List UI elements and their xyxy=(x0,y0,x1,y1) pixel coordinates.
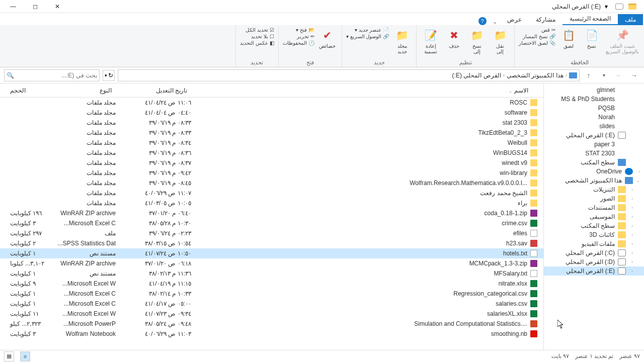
large-icons-view-button[interactable]: ▦ xyxy=(4,351,14,361)
nav-item[interactable]: ‹ملفات الفيديو xyxy=(544,239,644,248)
crumb-pc[interactable]: هذا الكمبيوتر الشخصي xyxy=(505,72,566,79)
nav-item[interactable]: سطح المكتب xyxy=(544,158,644,167)
sort-indicator-icon: ⌄ xyxy=(509,88,513,94)
tab-view[interactable]: عرض xyxy=(500,14,529,25)
file-row[interactable]: ROSC١١:٠٦ ص ٤١/٠٤/٢٤مجلد ملفات xyxy=(0,98,543,108)
file-row[interactable]: salariesXL.xlsx٠٩:٣٤ ص ٤١/٠٧/٢٣Microsoft… xyxy=(0,309,543,319)
explorer-icon[interactable] xyxy=(627,1,638,12)
ribbon-expand-icon[interactable]: ⌄ xyxy=(490,19,500,25)
col-type[interactable]: النوع xyxy=(50,87,116,94)
refresh-button[interactable]: ↻▾ xyxy=(103,70,115,81)
properties-button[interactable]: ✔خصائص xyxy=(317,27,338,50)
up-button[interactable]: ↑ xyxy=(583,69,595,81)
breadcrumb[interactable]: ‹ هذا الكمبيوتر الشخصي ‹ القرص المحلي (E… xyxy=(118,69,580,81)
nav-item[interactable]: ⌄هذا الكمبيوتر الشخصي xyxy=(544,176,644,185)
nav-item[interactable]: MS & PhD Students xyxy=(544,95,644,104)
paste-button[interactable]: 📋لصق xyxy=(558,27,579,50)
nav-item[interactable]: glmnet xyxy=(544,85,644,95)
nav-item[interactable]: STAT 2303 xyxy=(544,149,644,158)
copy-button[interactable]: 📄نسخ xyxy=(582,27,602,50)
nav-item[interactable]: paper 3 xyxy=(544,140,644,149)
nav-item[interactable]: ‹الموسيقى xyxy=(544,212,644,221)
file-row[interactable]: Simulation and Computational Statistics.… xyxy=(0,319,543,329)
nav-item[interactable]: ‹OneDrive xyxy=(544,167,644,176)
file-row[interactable]: Regression_categorical.csv١٠:٣٣ م ٣٨/٠٢/… xyxy=(0,289,543,299)
nav-item[interactable]: ‹كائنات 3D xyxy=(544,230,644,239)
qat-dropdown[interactable]: ▾ xyxy=(601,1,612,12)
maximize-button[interactable]: ◻ xyxy=(24,0,46,13)
file-row[interactable]: smoothing.nb١١:٠٣ ص ٤٠/٠٦/٢٩Wolfram Note… xyxy=(0,329,543,339)
new-folder-button[interactable]: 📁مجلد جديد xyxy=(392,27,412,55)
ribbon-group-clipboard: 📌تثبيت الملف بالوصول السريع 📄نسخ 📋لصق ✂ … xyxy=(514,25,644,67)
recent-locations-button[interactable]: ▾ xyxy=(598,69,610,81)
file-row[interactable]: efiles٠٢:٢٣ م ٣٩/٠٦/٢٤ملف٢٩٧ كيلوبايت xyxy=(0,228,543,238)
ribbon: 📌تثبيت الملف بالوصول السريع 📄نسخ 📋لصق ✂ … xyxy=(0,25,644,67)
open-button[interactable]: 📂 فتح ▾ xyxy=(283,27,314,33)
file-row[interactable]: winedt v9٠٨:٣٧ م ٣٩/٠٦/١٩مجلد ملفات xyxy=(0,158,543,168)
file-row[interactable]: براء١٠:٠٥ ص ٤١/٠٣/٠٥مجلد ملفات xyxy=(0,198,543,208)
nav-item[interactable]: (E:) القرص المحلي xyxy=(544,131,644,140)
nav-item[interactable]: ‹(E:) القرص المحلي xyxy=(544,266,644,276)
file-row[interactable]: TikzEdtBeta0_2_3٠٨:٣٣ م ٣٩/٠٦/١٩مجلد ملف… xyxy=(0,128,543,138)
window-controls: — ◻ ✕ xyxy=(2,0,68,13)
easy-access-button[interactable]: 🔗 الوصول السريع ▾ xyxy=(346,34,389,39)
search-input[interactable] xyxy=(14,72,97,79)
cut-button[interactable]: ✂ قص xyxy=(519,27,555,33)
file-row[interactable]: h23.sav١٠:٥٤ ص ٣٨/٠٣/١٥SPSS Statistics D… xyxy=(0,238,543,248)
nav-item[interactable]: slides xyxy=(544,122,644,131)
col-name[interactable]: الاسم ⌄ xyxy=(191,87,543,94)
file-row[interactable]: win-library٠٩:٤٢ م ٣٩/٠٦/١٩مجلد ملفات xyxy=(0,168,543,178)
file-row[interactable]: software٠٤:٤٠ ص ٤١/٠٤/٠٤مجلد ملفات xyxy=(0,108,543,118)
copy-to-button[interactable]: 📁نسخ إلى xyxy=(467,27,487,55)
tab-file[interactable]: ملف xyxy=(618,14,643,25)
nav-item[interactable]: PQSB xyxy=(544,104,644,113)
nav-item[interactable]: ‹سطح المكتب xyxy=(544,221,644,230)
forward-button[interactable]: ← xyxy=(613,69,625,81)
nav-item[interactable]: Norah xyxy=(544,113,644,122)
drive-icon xyxy=(614,1,625,12)
file-row[interactable]: coda_0.18-1.zip٠٦:٤٠ م ٣٧/٠١/٢٠WinRAR ZI… xyxy=(0,208,543,218)
search-box[interactable]: 🔍 xyxy=(4,69,100,81)
file-row[interactable]: nitrate.xlsx١١:١٥ م ٤١/٠٤/١٩Microsoft Ex… xyxy=(0,279,543,289)
file-row[interactable]: WinBUGS14٠٨:٣٦ م ٣٩/٠٦/١٩مجلد ملفات xyxy=(0,148,543,158)
history-button[interactable]: 🕐 المحفوظات xyxy=(283,40,314,46)
col-date[interactable]: تاريخ التعديل xyxy=(116,87,191,94)
nav-item[interactable]: ‹الصور xyxy=(544,194,644,203)
delete-button[interactable]: ✖حذف xyxy=(444,27,464,50)
nav-item[interactable]: ‹التنزيلات xyxy=(544,185,644,194)
file-list[interactable]: ROSC١١:٠٦ ص ٤١/٠٤/٢٤مجلد ملفاتsoftware٠٤… xyxy=(0,98,543,350)
col-size[interactable]: الحجم xyxy=(0,87,50,94)
file-row[interactable]: hotels.txt١٠:٥٠ ص ٤١/٠٧/٢٤مستند نص١ كيلو… xyxy=(0,248,543,258)
invert-selection-button[interactable]: ◧ عكس التحديد xyxy=(240,40,274,46)
navigation-pane[interactable]: glmnetMS & PhD StudentsPQSBNorahslides(E… xyxy=(543,83,644,350)
help-icon[interactable]: ? xyxy=(478,17,487,25)
move-to-button[interactable]: 📁نقل إلى xyxy=(490,27,510,55)
file-row[interactable]: MFSalary.txt١١:٣٦ م ٣٨/٠٢/١٣مستند نص١ كي… xyxy=(0,268,543,279)
nav-item[interactable]: ‹المستندات xyxy=(544,203,644,212)
file-row[interactable]: الشيخ محمد رفعت١١:٠٧ ص ٤٠/٠٦/٢٩مجلد ملفا… xyxy=(0,188,543,198)
file-row[interactable]: stat 2303٠٨:٣٣ م ٣٩/٠٦/١٩مجلد ملفات xyxy=(0,118,543,128)
paste-shortcut-button[interactable]: 📎 لصق الاختصار xyxy=(519,40,555,46)
new-item-button[interactable]: 📄 عنصر جديد ▾ xyxy=(346,27,389,33)
nav-item[interactable]: ‹(D:) القرص المحلي xyxy=(544,257,644,266)
minimize-button[interactable]: — xyxy=(2,0,24,13)
file-row[interactable]: Weibull٠٨:٣٤ م ٣٩/٠٦/١٩مجلد ملفات xyxy=(0,138,543,148)
tab-share[interactable]: مشاركة xyxy=(529,14,562,25)
file-row[interactable]: Wolfram.Research.Mathematica.v9.0.0.0.I.… xyxy=(0,178,543,188)
details-view-button[interactable]: ≡ xyxy=(20,351,30,361)
copy-path-button[interactable]: 🔗 نسخ المسار xyxy=(519,34,555,39)
file-row[interactable]: salaries.csv٠٥:٠٠ ص ٤١/٠٤/١٧Microsoft Ex… xyxy=(0,299,543,309)
crumb-drive[interactable]: القرص المحلي (E:) xyxy=(450,72,503,79)
edit-button[interactable]: ✏ تحرير xyxy=(283,34,314,39)
select-none-button[interactable]: ☐ بلا تحديد xyxy=(240,34,274,39)
file-row[interactable]: crime.csv١٠:٣٠ م ٣٨/٠٥/٢٨Microsoft Excel… xyxy=(0,218,543,228)
back-button[interactable]: → xyxy=(628,69,640,81)
select-all-button[interactable]: ☑ تحديد الكل xyxy=(240,27,274,33)
pc-icon xyxy=(569,72,577,78)
file-row[interactable]: MCMCpack_1.3-3.zip٠٦:١٨ ص ٣٧/٠١/٢٠WinRAR… xyxy=(0,258,543,268)
rename-button[interactable]: 📝إعادة تسمية xyxy=(421,27,441,55)
tab-home[interactable]: الصفحة الرئيسية xyxy=(562,13,618,25)
pin-quick-access-button[interactable]: 📌تثبيت الملف بالوصول السريع xyxy=(605,27,640,55)
nav-item[interactable]: ‹(C:) القرص المحلي xyxy=(544,248,644,257)
close-button[interactable]: ✕ xyxy=(46,0,68,13)
